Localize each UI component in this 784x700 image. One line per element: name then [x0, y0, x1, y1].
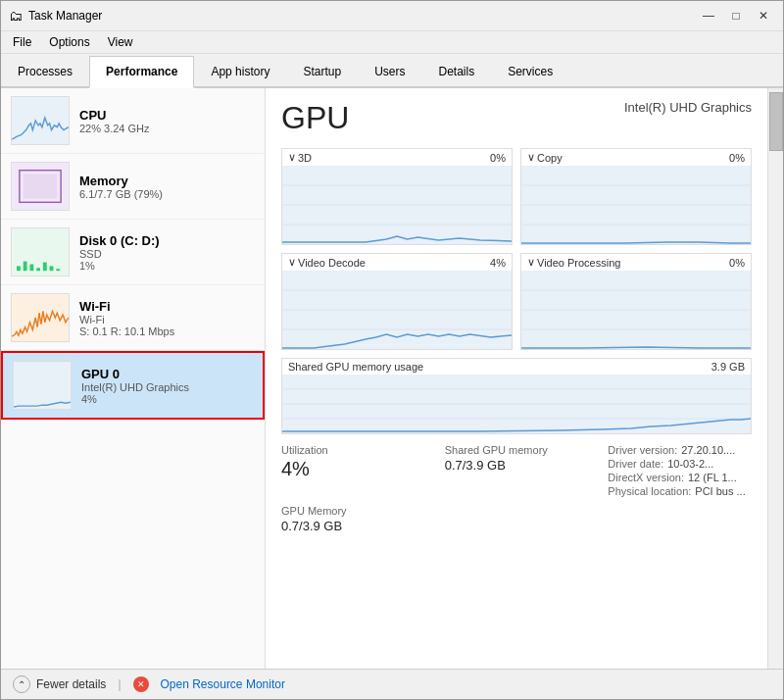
directx-row: DirectX version: 12 (FL 1... — [608, 472, 752, 483]
graph-video-decode-chart — [282, 271, 512, 349]
utilization-label: Utilization — [281, 444, 425, 456]
graph-video-processing-label: Video Processing — [537, 257, 620, 269]
graph-video-processing: ∨ Video Processing 0% — [520, 253, 752, 350]
tab-performance[interactable]: Performance — [89, 56, 194, 88]
svg-rect-5 — [17, 266, 21, 271]
svg-rect-10 — [50, 266, 54, 271]
shared-mem-stat-label: Shared GPU memory — [445, 444, 589, 456]
content-area: CPU 22% 3.24 GHz Memory 6.1/7.7 GB (79%) — [1, 88, 783, 669]
wifi-sub1: Wi-Fi — [79, 314, 255, 325]
location-label: Physical location: — [608, 485, 691, 497]
graph-video-decode-percent: 4% — [490, 257, 506, 269]
memory-info: Memory 6.1/7.7 GB (79%) — [79, 174, 255, 200]
shared-memory-value: 3.9 GB — [711, 361, 745, 373]
resource-monitor-icon: ✕ — [133, 676, 149, 692]
shared-memory-chart — [282, 375, 751, 433]
driver-info: Driver version: 27.20.10.... Driver date… — [608, 444, 752, 497]
svg-rect-7 — [29, 264, 33, 271]
gpu0-info: GPU 0 Intel(R) UHD Graphics 4% — [81, 367, 253, 405]
open-resource-monitor-link[interactable]: Open Resource Monitor — [161, 677, 285, 691]
graph-video-processing-percent: 0% — [729, 257, 745, 269]
sidebar: CPU 22% 3.24 GHz Memory 6.1/7.7 GB (79%) — [1, 88, 266, 669]
gpu-model: Intel(R) UHD Graphics — [624, 100, 752, 115]
graph-3d-chart — [282, 166, 512, 244]
sidebar-item-gpu0[interactable]: GPU 0 Intel(R) UHD Graphics 4% — [1, 351, 265, 420]
svg-rect-8 — [36, 268, 40, 271]
driver-date-label: Driver date: — [608, 458, 663, 470]
utilization-block: Utilization 4% — [281, 444, 425, 499]
location-row: Physical location: PCI bus ... — [608, 485, 752, 497]
cpu-info: CPU 22% 3.24 GHz — [79, 108, 255, 134]
driver-date-row: Driver date: 10-03-2... — [608, 458, 752, 470]
tab-startup[interactable]: Startup — [286, 56, 358, 88]
sidebar-item-memory[interactable]: Memory 6.1/7.7 GB (79%) — [1, 154, 265, 220]
wifi-sub2: S: 0.1 R: 10.1 Mbps — [79, 325, 255, 337]
gpu-mem-label: GPU Memory — [281, 505, 752, 517]
disk-name: Disk 0 (C: D:) — [79, 233, 255, 248]
svg-rect-6 — [24, 262, 27, 272]
window-title: Task Manager — [28, 9, 102, 23]
footer: ⌃ Fewer details | ✕ Open Resource Monito… — [1, 669, 783, 699]
gpu-title: GPU — [281, 100, 349, 136]
driver-version-label: Driver version: — [608, 444, 677, 456]
graph-3d-chevron[interactable]: ∨ — [288, 151, 296, 164]
sidebar-item-wifi[interactable]: Wi-Fi Wi-Fi S: 0.1 R: 10.1 Mbps — [1, 285, 265, 351]
fewer-details-label: Fewer details — [36, 677, 106, 691]
shared-mem-stat-block: Shared GPU memory 0.7/3.9 GB — [445, 444, 589, 499]
scrollbar-thumb[interactable] — [769, 92, 783, 151]
graph-copy-chevron[interactable]: ∨ — [527, 151, 535, 164]
title-bar-left: 🗂 Task Manager — [9, 8, 102, 24]
maximize-button[interactable]: □ — [724, 7, 748, 25]
gpu0-sub2: 4% — [81, 393, 253, 405]
gpu-header: GPU Intel(R) UHD Graphics — [281, 100, 752, 136]
graphs-grid: ∨ 3D 0% — [281, 148, 752, 350]
graph-video-decode: ∨ Video Decode 4% — [281, 253, 513, 350]
minimize-button[interactable]: — — [697, 7, 720, 25]
tab-details[interactable]: Details — [421, 56, 491, 88]
main-panel: GPU Intel(R) UHD Graphics ∨ 3D 0% — [266, 88, 767, 669]
graph-copy: ∨ Copy 0% — [520, 148, 752, 245]
sidebar-item-disk[interactable]: Disk 0 (C: D:) SSD 1% — [1, 220, 265, 285]
graph-3d: ∨ 3D 0% — [281, 148, 513, 245]
menu-file[interactable]: File — [5, 33, 39, 51]
graph-video-decode-header: ∨ Video Decode 4% — [282, 254, 512, 271]
tab-bar: Processes Performance App history Startu… — [1, 54, 783, 88]
gpu-mem-value: 0.7/3.9 GB — [281, 519, 752, 533]
tab-services[interactable]: Services — [491, 56, 569, 88]
shared-memory-block: Shared GPU memory usage 3.9 GB — [281, 358, 752, 434]
disk-sub1: SSD — [79, 248, 255, 260]
graph-video-processing-chevron[interactable]: ∨ — [527, 256, 535, 269]
directx-value: 12 (FL 1... — [688, 472, 737, 483]
fewer-details-button[interactable]: ⌃ Fewer details — [13, 675, 106, 693]
wifi-name: Wi-Fi — [79, 299, 255, 314]
cpu-name: CPU — [79, 108, 255, 123]
sidebar-item-cpu[interactable]: CPU 22% 3.24 GHz — [1, 88, 265, 154]
cpu-sub: 22% 3.24 GHz — [79, 123, 255, 134]
shared-memory-label: Shared GPU memory usage — [288, 361, 423, 373]
memory-thumbnail — [11, 162, 70, 211]
tab-app-history[interactable]: App history — [194, 56, 286, 88]
menu-options[interactable]: Options — [41, 33, 97, 51]
footer-separator: | — [118, 677, 121, 691]
tab-users[interactable]: Users — [358, 56, 421, 88]
graph-video-processing-header: ∨ Video Processing 0% — [521, 254, 751, 271]
graph-copy-chart — [521, 166, 751, 244]
shared-memory-header: Shared GPU memory usage 3.9 GB — [282, 359, 751, 375]
graph-copy-percent: 0% — [729, 152, 745, 164]
tab-processes[interactable]: Processes — [1, 56, 89, 88]
close-button[interactable]: ✕ — [752, 7, 775, 25]
graph-video-decode-chevron[interactable]: ∨ — [288, 256, 296, 269]
svg-rect-11 — [56, 269, 60, 271]
graph-copy-header: ∨ Copy 0% — [521, 149, 751, 166]
menu-view[interactable]: View — [100, 33, 141, 51]
fewer-details-icon: ⌃ — [13, 675, 30, 693]
graph-3d-percent: 0% — [490, 152, 506, 164]
gpu-mem-row: GPU Memory 0.7/3.9 GB — [281, 505, 752, 533]
driver-date-value: 10-03-2... — [667, 458, 713, 470]
graph-video-decode-label: Video Decode — [298, 257, 366, 269]
gpu0-sub1: Intel(R) UHD Graphics — [81, 381, 253, 393]
driver-info-block: Driver version: 27.20.10.... Driver date… — [608, 444, 752, 499]
driver-version-row: Driver version: 27.20.10.... — [608, 444, 752, 456]
location-value: PCI bus ... — [695, 485, 745, 497]
scrollbar[interactable] — [767, 88, 783, 669]
